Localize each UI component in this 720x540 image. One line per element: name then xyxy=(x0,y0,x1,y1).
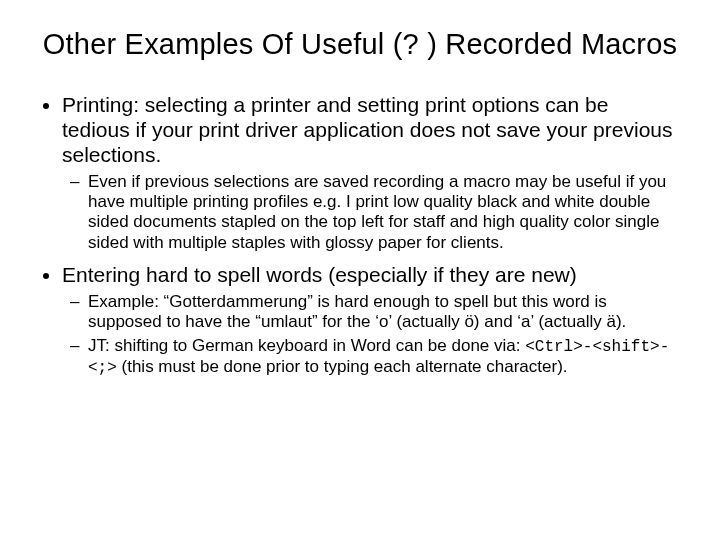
sub-item: Even if previous selections are saved re… xyxy=(88,172,680,254)
bullet-item: Printing: selecting a printer and settin… xyxy=(62,93,680,253)
sub-text-suffix: (this must be done prior to typing each … xyxy=(117,357,568,376)
bullet-text: Entering hard to spell words (especially… xyxy=(62,263,577,286)
slide: Other Examples Of Useful (? ) Recorded M… xyxy=(0,0,720,540)
sub-list: Even if previous selections are saved re… xyxy=(62,172,680,254)
slide-title: Other Examples Of Useful (? ) Recorded M… xyxy=(40,28,680,61)
sub-item: JT: shifting to German keyboard in Word … xyxy=(88,336,680,378)
bullet-item: Entering hard to spell words (especially… xyxy=(62,263,680,378)
sub-text: Even if previous selections are saved re… xyxy=(88,172,666,252)
sub-text-prefix: JT: shifting to German keyboard in Word … xyxy=(88,336,525,355)
sub-list: Example: “Gotterdammerung” is hard enoug… xyxy=(62,292,680,378)
bullet-text: Printing: selecting a printer and settin… xyxy=(62,93,673,166)
sub-text: Example: “Gotterdammerung” is hard enoug… xyxy=(88,292,626,331)
sub-item: Example: “Gotterdammerung” is hard enoug… xyxy=(88,292,680,333)
bullet-list: Printing: selecting a printer and settin… xyxy=(40,93,680,378)
